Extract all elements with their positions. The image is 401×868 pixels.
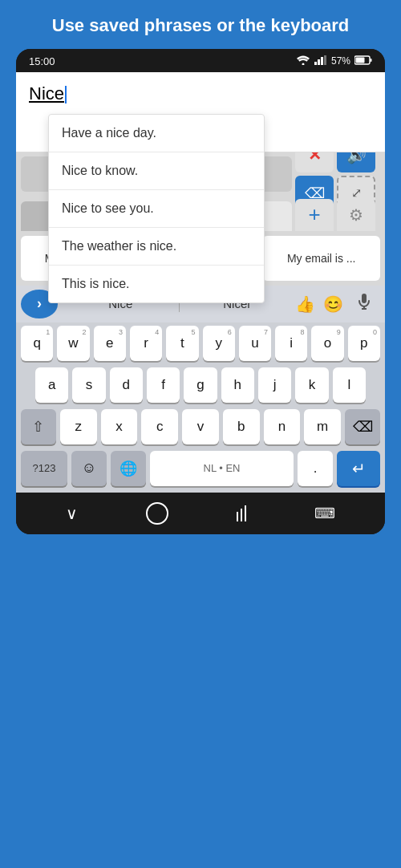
key-u[interactable]: 7u <box>239 326 271 361</box>
emoji-key-icon: ☺ <box>82 460 96 477</box>
nav-recent-button[interactable] <box>237 505 246 521</box>
typed-text: Nice <box>29 83 64 103</box>
nav-home-button[interactable] <box>146 502 168 525</box>
key-j[interactable]: j <box>258 367 291 403</box>
shift-key[interactable]: ⇧ <box>21 409 56 444</box>
battery-text: 57% <box>331 55 350 67</box>
keyboard-row-1: 1q 2w 3e 4r 5t 6y 7u 8i 9o 0p <box>16 322 385 364</box>
nav-back-button[interactable]: ∨ <box>66 504 78 523</box>
svg-point-0 <box>302 63 304 65</box>
suggestion-emojis: 👍 😊 <box>295 294 385 314</box>
nav-keyboard-button[interactable]: ⌨ <box>314 505 335 522</box>
key-r[interactable]: 4r <box>130 326 162 361</box>
key-d[interactable]: d <box>110 367 143 403</box>
key-t[interactable]: 5t <box>166 326 198 361</box>
shift-icon: ⇧ <box>32 418 44 436</box>
svg-rect-1 <box>314 62 317 65</box>
key-f[interactable]: f <box>147 367 180 403</box>
key-q[interactable]: 1q <box>21 326 53 361</box>
globe-icon: 🌐 <box>119 460 137 477</box>
period-key[interactable]: . <box>298 451 333 486</box>
settings-button[interactable]: ⚙ <box>337 199 375 231</box>
key-g[interactable]: g <box>184 367 217 403</box>
chevron-right-icon: › <box>37 295 42 312</box>
keyboard-row-3: ⇧ z x c v b n m ⌫ <box>16 406 385 448</box>
enter-key[interactable]: ↵ <box>337 451 380 486</box>
key-l[interactable]: l <box>333 367 366 403</box>
num-key[interactable]: ?123 <box>21 451 67 486</box>
svg-rect-6 <box>371 59 372 62</box>
key-n[interactable]: n <box>264 409 301 444</box>
autocomplete-item[interactable]: Have a nice day. <box>49 115 264 152</box>
key-e[interactable]: 3e <box>94 326 126 361</box>
emoji-key[interactable]: ☺ <box>71 451 107 486</box>
keyboard: › Nice Nicer 👍 😊 <box>16 286 385 493</box>
autocomplete-item[interactable]: The weather is nice. <box>49 228 264 266</box>
enter-icon: ↵ <box>352 459 366 478</box>
phone-frame: 15:00 57% <box>16 49 385 534</box>
key-x[interactable]: x <box>101 409 138 444</box>
battery-icon <box>354 55 372 67</box>
svg-rect-2 <box>318 59 320 65</box>
keyboard-row-2: a s d f g h j k l <box>16 364 385 406</box>
keyboard-row-4: ?123 ☺ 🌐 NL • EN . ↵ <box>16 448 385 493</box>
autocomplete-dropdown: Have a nice day. Nice to know. Nice to s… <box>48 114 265 303</box>
keyboard-backspace-key[interactable]: ⌫ <box>345 409 380 444</box>
key-o[interactable]: 9o <box>311 326 343 361</box>
settings-icon: ⚙ <box>349 205 363 225</box>
key-i[interactable]: 8i <box>275 326 307 361</box>
key-a[interactable]: a <box>35 367 68 403</box>
backspace-key-icon: ⌫ <box>353 418 373 436</box>
key-p[interactable]: 0p <box>348 326 380 361</box>
key-z[interactable]: z <box>60 409 97 444</box>
svg-rect-3 <box>321 57 323 65</box>
key-v[interactable]: v <box>182 409 219 444</box>
phrase-chip-email[interactable]: My email is ... <box>262 236 380 281</box>
key-m[interactable]: m <box>304 409 341 444</box>
key-k[interactable]: k <box>295 367 328 403</box>
cursor <box>65 86 67 103</box>
add-phrase-button[interactable]: + <box>295 199 334 231</box>
add-icon: + <box>308 202 320 227</box>
autocomplete-item[interactable]: Nice to know. <box>49 152 264 190</box>
emoji-smiley[interactable]: 😊 <box>323 294 343 314</box>
time: 15:00 <box>29 55 55 67</box>
signal-icon <box>314 55 327 67</box>
globe-key[interactable]: 🌐 <box>111 451 146 486</box>
status-icons: 57% <box>296 55 372 67</box>
svg-rect-7 <box>356 57 365 63</box>
status-bar: 15:00 57% <box>16 49 385 72</box>
svg-rect-4 <box>324 55 326 65</box>
nav-bar: ∨ ⌨ <box>16 493 385 534</box>
mic-button[interactable] <box>351 294 377 314</box>
text-input-area[interactable]: Nice Have a nice day. Nice to know. Nice… <box>16 72 385 152</box>
header-text: Use saved phrases or the keyboard <box>52 15 350 35</box>
svg-rect-8 <box>362 294 367 303</box>
key-c[interactable]: c <box>141 409 178 444</box>
key-y[interactable]: 6y <box>203 326 235 361</box>
key-s[interactable]: s <box>72 367 105 403</box>
tab-action-buttons: + ⚙ <box>295 199 380 231</box>
autocomplete-item[interactable]: This is nice. <box>49 266 264 302</box>
space-key[interactable]: NL • EN <box>150 451 294 486</box>
autocomplete-item[interactable]: Nice to see you. <box>49 190 264 228</box>
app-content: Nice Have a nice day. Nice to know. Nice… <box>16 72 385 493</box>
header-title: Use saved phrases or the keyboard <box>0 0 401 49</box>
key-h[interactable]: h <box>221 367 254 403</box>
wifi-icon <box>296 55 310 67</box>
emoji-thumbs-up[interactable]: 👍 <box>295 294 315 314</box>
key-b[interactable]: b <box>223 409 260 444</box>
key-w[interactable]: 2w <box>57 326 89 361</box>
